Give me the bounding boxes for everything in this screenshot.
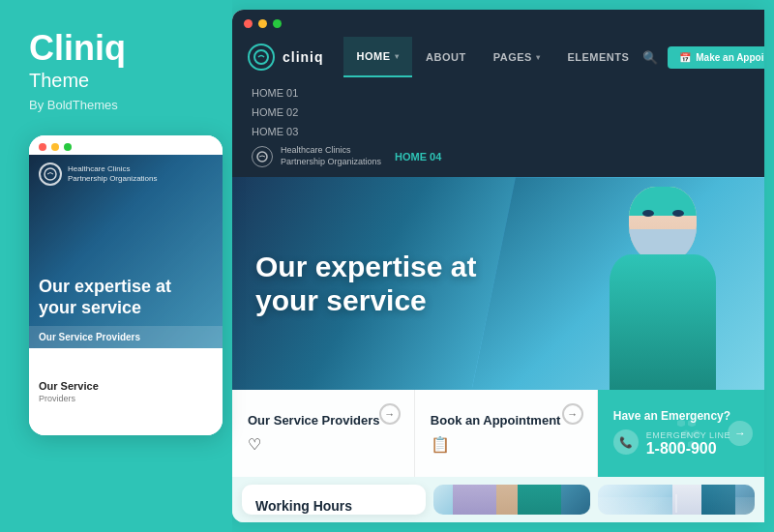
dropdown-logo-icon — [252, 146, 273, 167]
dropdown-logo-row: Healthcare Clinics Partnership Organizat… — [232, 141, 764, 171]
search-icon[interactable]: 🔍 — [642, 50, 658, 65]
dropdown-item-home01[interactable]: HOME 01 — [232, 83, 764, 103]
mobile-bottom: Our Service Providers — [29, 348, 223, 435]
mobile-hero-title: Our expertise at your service — [39, 277, 213, 318]
mobile-service-label: Our Service Providers — [39, 332, 213, 342]
nav-logo: cliniq — [248, 44, 324, 71]
svg-point-1 — [254, 50, 268, 64]
dot-green — [273, 19, 282, 28]
nav-label-pages: PAGES — [493, 51, 532, 63]
image-card-2 — [598, 485, 755, 515]
nav-label-home: HOME — [357, 50, 391, 62]
dot-red — [244, 19, 253, 28]
calendar-icon: 📅 — [679, 52, 691, 63]
sidebar: Cliniq Theme By BoldThemes Healthcare Cl… — [0, 0, 232, 532]
service-providers-title: Our Service Providers — [248, 413, 399, 428]
mobile-service-bar: Our Service Providers — [29, 326, 223, 348]
mobile-dot-red — [39, 143, 46, 151]
appointment-arrow[interactable]: → — [562, 403, 583, 425]
dropdown-item-home04[interactable]: HOME 04 — [395, 151, 441, 163]
mobile-preview: Healthcare Clinics Partnership Organizat… — [29, 135, 223, 435]
sidebar-subtitle: Theme — [29, 70, 213, 92]
phone-icon: 📞 — [613, 429, 639, 455]
appointment-card-title: Book an Appointment — [431, 413, 581, 428]
navbar: cliniq HOME ▾ ABOUT PAGES ▾ ELEMENTS 🔍 📅… — [232, 37, 764, 77]
nav-right: 🔍 📅 Make an Appointment — [642, 46, 764, 69]
emergency-pattern — [677, 390, 716, 477]
mobile-dot-green — [64, 143, 72, 151]
cards-row: Our Service Providers → ♡ Book an Appoin… — [232, 390, 764, 477]
hero-title: Our expertise at your service — [255, 251, 526, 317]
nav-item-elements[interactable]: ELEMENTS — [553, 37, 642, 77]
nav-logo-text: cliniq — [283, 49, 324, 65]
window-controls — [232, 10, 764, 37]
mobile-bottom-title: Our Service — [39, 380, 213, 392]
mobile-window-controls — [29, 135, 223, 155]
nav-item-pages[interactable]: PAGES ▾ — [480, 37, 554, 77]
bottom-section: Working Hours Mon - Wed 8AM - 7PM Book T… — [232, 477, 764, 522]
home-dropdown: HOME 01 HOME 02 HOME 03 Healthcare Clini… — [232, 77, 764, 177]
mobile-logo-icon — [39, 163, 62, 186]
nav-label-about: ABOUT — [426, 51, 466, 63]
main-content: cliniq HOME ▾ ABOUT PAGES ▾ ELEMENTS 🔍 📅… — [232, 10, 764, 522]
appointment-card[interactable]: Book an Appointment → 📋 — [415, 390, 598, 477]
heart-icon: ♡ — [248, 435, 399, 454]
svg-point-0 — [45, 168, 56, 180]
svg-point-2 — [257, 152, 267, 162]
nav-label-elements: ELEMENTS — [567, 51, 629, 63]
working-hours-title: Working Hours — [255, 498, 412, 514]
mobile-dot-yellow — [51, 143, 59, 151]
mobile-bottom-sub: Providers — [39, 394, 213, 403]
nav-logo-icon — [248, 44, 275, 71]
clipboard-icon: 📋 — [431, 435, 581, 454]
nav-item-home[interactable]: HOME ▾ — [343, 37, 413, 77]
make-appointment-button[interactable]: 📅 Make an Appointment — [668, 46, 764, 69]
nav-items: HOME ▾ ABOUT PAGES ▾ ELEMENTS — [343, 37, 643, 77]
dropdown-item-home03[interactable]: HOME 03 — [232, 122, 764, 141]
sidebar-by: By BoldThemes — [29, 98, 213, 112]
emergency-arrow[interactable]: → — [728, 421, 753, 446]
nav-item-about[interactable]: ABOUT — [412, 37, 480, 77]
emergency-card: Have an Emergency? 📞 EMERGENCY LINE 1-80… — [598, 390, 764, 477]
mobile-hero: Healthcare Clinics Partnership Organizat… — [29, 155, 223, 348]
chevron-down-icon: ▾ — [395, 52, 400, 61]
mobile-logo-row: Healthcare Clinics Partnership Organizat… — [39, 163, 158, 186]
dropdown-logo-text: Healthcare Clinics Partnership Organizat… — [281, 145, 381, 167]
sidebar-title: Cliniq — [29, 29, 213, 68]
service-providers-card[interactable]: Our Service Providers → ♡ — [232, 390, 415, 477]
mobile-logo-text: Healthcare Clinics Partnership Organizat… — [68, 164, 158, 183]
hero-section: Our expertise at your service — [232, 177, 764, 390]
working-hours-card: Working Hours Mon - Wed 8AM - 7PM Book T… — [242, 485, 426, 515]
appointment-btn-label: Make an Appointment — [696, 52, 764, 63]
dot-yellow — [258, 19, 267, 28]
dropdown-item-home02[interactable]: HOME 02 — [232, 103, 764, 122]
chevron-down-icon-2: ▾ — [536, 53, 541, 62]
image-card-1 — [433, 485, 590, 515]
